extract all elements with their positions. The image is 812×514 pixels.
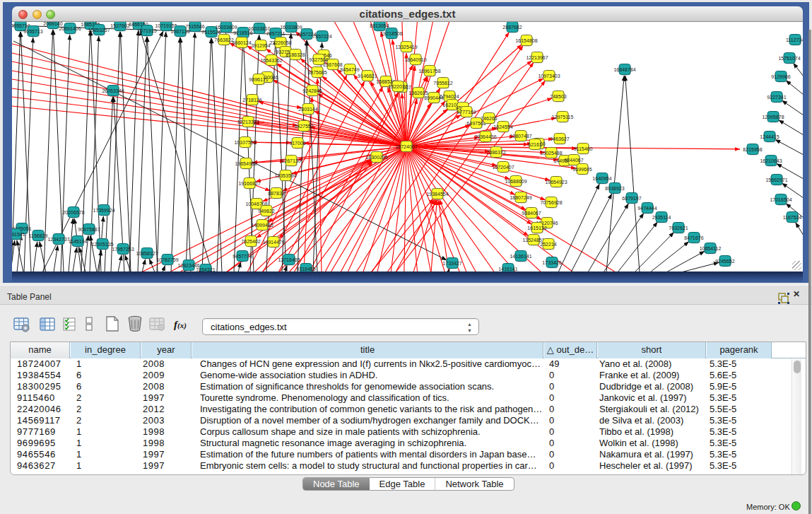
svg-text:10973403: 10973403 xyxy=(538,74,560,78)
svg-text:1145194: 1145194 xyxy=(69,239,88,244)
svg-text:12975115: 12975115 xyxy=(552,115,574,119)
svg-text:9777169: 9777169 xyxy=(457,110,476,115)
svg-text:1322037: 1322037 xyxy=(388,84,407,89)
svg-text:6794024: 6794024 xyxy=(440,94,459,99)
svg-text:7857224: 7857224 xyxy=(312,34,331,39)
svg-text:748503: 748503 xyxy=(550,94,566,99)
svg-text:8471676: 8471676 xyxy=(684,235,703,240)
svg-text:9699695: 9699695 xyxy=(572,167,592,172)
svg-text:917006: 917006 xyxy=(289,141,305,146)
svg-text:16154808: 16154808 xyxy=(515,38,537,43)
svg-text:12505135: 12505135 xyxy=(91,242,113,247)
svg-text:1156829: 1156829 xyxy=(29,233,48,238)
svg-text:949822: 949822 xyxy=(258,209,274,214)
svg-text:12353594: 12353594 xyxy=(274,173,296,178)
svg-text:9474444: 9474444 xyxy=(637,206,657,211)
svg-text:20364436: 20364436 xyxy=(474,134,496,139)
svg-text:1244415: 1244415 xyxy=(760,134,779,139)
svg-text:252214: 252214 xyxy=(540,242,556,247)
svg-text:13716485: 13716485 xyxy=(278,257,300,262)
svg-text:1624554: 1624554 xyxy=(493,124,512,129)
svg-text:10858127: 10858127 xyxy=(136,251,158,256)
svg-text:18640910: 18640910 xyxy=(404,57,426,62)
svg-text:9218516: 9218516 xyxy=(233,30,252,35)
svg-text:13325419: 13325419 xyxy=(395,45,417,49)
svg-text:9055713: 9055713 xyxy=(23,29,42,34)
svg-text:2935114: 2935114 xyxy=(652,215,671,220)
svg-text:12342737: 12342737 xyxy=(47,237,69,242)
svg-text:8938923: 8938923 xyxy=(605,186,624,191)
svg-text:18300295: 18300295 xyxy=(365,155,387,160)
svg-text:16033809: 16033809 xyxy=(215,25,237,30)
svg-text:10107552: 10107552 xyxy=(234,140,256,145)
svg-text:18724007: 18724007 xyxy=(395,144,417,149)
svg-text:9896171: 9896171 xyxy=(249,77,268,82)
svg-text:7632621: 7632621 xyxy=(669,226,688,230)
svg-text:17016504: 17016504 xyxy=(770,197,792,202)
svg-text:19654923: 19654923 xyxy=(545,180,567,185)
svg-text:2367608: 2367608 xyxy=(323,62,342,67)
svg-text:10025488: 10025488 xyxy=(540,151,562,156)
svg-text:26053346: 26053346 xyxy=(102,88,124,93)
svg-text:3875685: 3875685 xyxy=(307,70,326,75)
svg-text:1362615: 1362615 xyxy=(408,90,428,95)
svg-text:9146821: 9146821 xyxy=(358,74,377,78)
svg-text:10807487: 10807487 xyxy=(510,134,531,139)
svg-text:2887682: 2887682 xyxy=(502,25,522,30)
svg-text:1067135: 1067135 xyxy=(170,29,189,34)
svg-text:1416141: 1416141 xyxy=(498,267,517,271)
svg-text:7625402: 7625402 xyxy=(241,239,260,244)
svg-text:1640954: 1640954 xyxy=(592,176,611,181)
svg-text:90975887: 90975887 xyxy=(78,227,100,232)
svg-text:f(x): f(x) xyxy=(174,319,187,330)
svg-text:12213383: 12213383 xyxy=(237,119,259,124)
svg-text:7663822: 7663822 xyxy=(214,37,233,42)
svg-text:15692971: 15692971 xyxy=(765,177,787,182)
svg-text:17359924: 17359924 xyxy=(93,208,114,213)
svg-text:1071915: 1071915 xyxy=(137,28,156,33)
svg-text:1267130: 1267130 xyxy=(281,158,300,163)
svg-text:1527602: 1527602 xyxy=(110,23,129,28)
svg-text:14136141: 14136141 xyxy=(510,254,531,259)
svg-text:9844067: 9844067 xyxy=(564,158,583,163)
svg-text:9327508: 9327508 xyxy=(309,57,328,62)
svg-text:16033810: 16033810 xyxy=(248,26,270,31)
svg-text:9245652: 9245652 xyxy=(715,259,734,264)
svg-text:2803144: 2803144 xyxy=(298,107,317,112)
svg-text:19218506: 19218506 xyxy=(380,31,402,36)
svg-text:19384554: 19384554 xyxy=(426,192,448,197)
svg-text:9457774: 9457774 xyxy=(233,254,252,259)
svg-text:18807249: 18807249 xyxy=(510,195,531,200)
svg-text:16961758: 16961758 xyxy=(418,69,440,74)
svg-text:7386372: 7386372 xyxy=(486,150,505,155)
svg-text:746266: 746266 xyxy=(481,116,497,121)
svg-text:887832: 887832 xyxy=(268,191,284,196)
svg-text:9463627: 9463627 xyxy=(550,136,569,141)
svg-text:12095878: 12095878 xyxy=(762,115,784,119)
svg-text:16848784: 16848784 xyxy=(613,67,635,72)
svg-text:9129966: 9129966 xyxy=(771,74,790,79)
svg-text:15751074: 15751074 xyxy=(778,56,800,61)
svg-text:62161: 62161 xyxy=(528,142,542,147)
svg-text:10853257: 10853257 xyxy=(88,28,110,33)
svg-text:70756928: 70756928 xyxy=(540,200,562,205)
svg-text:7515546: 7515546 xyxy=(185,24,204,29)
svg-text:16210643: 16210643 xyxy=(760,158,782,163)
svg-text:9242845: 9242845 xyxy=(302,88,322,93)
svg-text:7515526: 7515526 xyxy=(201,30,220,35)
svg-text:20206578: 20206578 xyxy=(62,210,84,215)
svg-text:8215958: 8215958 xyxy=(743,147,762,152)
svg-text:9115460: 9115460 xyxy=(574,146,593,151)
svg-text:16033809: 16033809 xyxy=(280,25,302,30)
svg-text:9427552: 9427552 xyxy=(294,124,313,129)
svg-text:7857211: 7857211 xyxy=(266,31,286,36)
svg-text:17957253: 17957253 xyxy=(112,247,134,252)
svg-text:10654112: 10654112 xyxy=(700,246,722,251)
svg-text:10782759: 10782759 xyxy=(156,257,178,262)
svg-text:14099485: 14099485 xyxy=(251,223,273,228)
svg-text:1733426: 1733426 xyxy=(542,260,561,265)
svg-text:3912954: 3912954 xyxy=(251,43,270,48)
svg-text:23226058: 23226058 xyxy=(269,40,291,45)
svg-text:14914479: 14914479 xyxy=(262,240,284,245)
svg-text:15720407: 15720407 xyxy=(492,165,514,170)
